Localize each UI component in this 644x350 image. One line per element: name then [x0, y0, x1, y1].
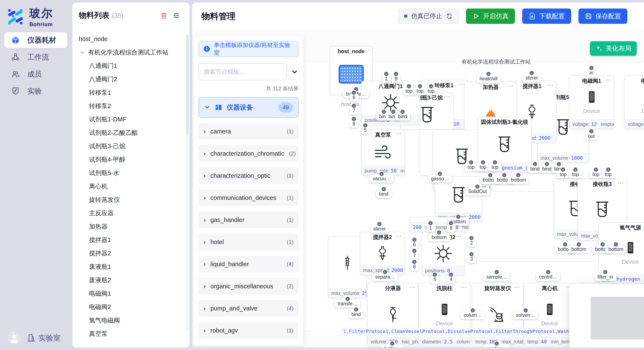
tree-item[interactable]: 搅拌器2: [72, 247, 186, 260]
port-chip[interactable]: transfe…: [334, 300, 360, 308]
tree-item[interactable]: 八通阀门1: [72, 59, 186, 72]
category-characterization_chromatic[interactable]: ›characterization_chromatic(2): [198, 145, 298, 162]
node-menu-icon[interactable]: [444, 94, 451, 99]
tree-item[interactable]: 废液瓶2: [72, 273, 186, 287]
sidebar-item-members[interactable]: 成员: [4, 66, 67, 82]
port-chip[interactable]: vacuu…: [370, 175, 394, 183]
port-chip[interactable]: produc…: [484, 345, 510, 348]
port-chip[interactable]: top: [488, 163, 501, 171]
node-menu-icon[interactable]: [396, 131, 402, 136]
tree-item[interactable]: 搅拌器1: [72, 233, 186, 247]
port-chip[interactable]: top: [557, 171, 570, 178]
materials-scrollbar[interactable]: [186, 34, 189, 331]
port-chip[interactable]: bottom: [508, 176, 529, 184]
node-menu-icon[interactable]: [547, 83, 554, 88]
port-chip[interactable]: 8: [410, 263, 419, 271]
category-hotel[interactable]: ›hotel(1): [198, 234, 298, 250]
tree-item[interactable]: 电磁阀1: [72, 287, 186, 300]
search-input[interactable]: [198, 63, 287, 80]
port-chip[interactable]: 6: [350, 94, 358, 101]
save-config-button[interactable]: 保存配置: [578, 8, 628, 24]
port-chip[interactable]: 6: [410, 241, 419, 249]
category-organic_miscellaneous[interactable]: ›organic_miscellaneous(2): [198, 278, 298, 295]
port-chip[interactable]: heatchill: [476, 75, 500, 83]
node-menu-icon[interactable]: [461, 285, 467, 290]
port-chip[interactable]: out: [585, 132, 598, 140]
port-chip[interactable]: gasso…: [428, 175, 452, 183]
tree-item[interactable]: 废液瓶1: [72, 260, 186, 273]
port-chip[interactable]: 5: [430, 276, 439, 283]
tree-item[interactable]: 转移泵1: [72, 86, 186, 99]
port-chip[interactable]: top: [602, 171, 614, 178]
tree-item[interactable]: host_node: [72, 32, 186, 46]
sidebar-item-experiment[interactable]: 实验: [4, 83, 67, 99]
port-chip[interactable]: 8: [392, 75, 400, 83]
tree-item[interactable]: 试剂瓶5-水: [72, 166, 186, 180]
category-characterization_optic[interactable]: ›characterization_optic(1): [198, 167, 298, 184]
avatar[interactable]: [8, 331, 21, 345]
tree-item[interactable]: 有机化学流程综合测试工作站: [72, 46, 186, 59]
port-chip[interactable]: filter_in: [594, 273, 616, 281]
node-vacuum[interactable]: 真空泵 pump_rate: 50max_vacuum: 0.1: [361, 129, 405, 176]
node-sep[interactable]: 分液器 volume: 250has_phases: true: [367, 283, 419, 347]
port-chip[interactable]: 1: [382, 75, 391, 83]
port-chip[interactable]: 2: [467, 239, 476, 247]
port-chip[interactable]: bottom: [429, 233, 450, 241]
port-chip[interactable]: 8: [350, 120, 358, 128]
port-chip[interactable]: 4: [447, 276, 456, 283]
caret-down-icon[interactable]: [79, 49, 86, 56]
port-chip[interactable]: solven…: [513, 311, 538, 319]
section-instruments[interactable]: 仪器设备 49: [198, 97, 298, 118]
tree-item[interactable]: 离心机: [72, 180, 186, 193]
refresh-icon[interactable]: [446, 13, 453, 19]
port-chip[interactable]: centrif…: [536, 273, 560, 281]
port-chip[interactable]: top: [569, 171, 582, 178]
port-chip[interactable]: bottom: [568, 245, 589, 253]
sidebar-item-cube[interactable]: 仪器耗材: [4, 32, 67, 48]
tree-item[interactable]: 试剂瓶2-乙酸乙酯: [72, 126, 186, 140]
category-camera[interactable]: ›camera(1): [198, 123, 298, 140]
port-chip[interactable]: top: [465, 163, 478, 171]
tree-item[interactable]: 转移泵2: [72, 99, 186, 113]
node-menu-icon[interactable]: [508, 84, 514, 89]
node-menu-icon[interactable]: [618, 181, 624, 186]
chevron-down-icon[interactable]: [290, 68, 298, 76]
node-stirrer2[interactable]: 搅拌器2 max_speed: 2000: [360, 232, 405, 275]
category-robot_agv[interactable]: ›robot_agv(1): [198, 322, 298, 339]
node-menu-icon[interactable]: [396, 234, 402, 239]
collapse-panel-icon[interactable]: [173, 12, 180, 19]
port-chip[interactable]: bottom: [606, 245, 626, 253]
tree-item[interactable]: 试剂瓶1-DMF: [72, 113, 186, 126]
node-menu-icon[interactable]: [409, 285, 416, 290]
beautify-layout-button[interactable]: 美化布局: [590, 41, 637, 56]
port-chip[interactable]: top: [425, 87, 438, 95]
category-liquid_handler[interactable]: ›liquid_handler(4): [198, 256, 298, 272]
category-communication_devices[interactable]: ›communication_devices(1): [198, 189, 298, 206]
node-menu-icon[interactable]: [605, 78, 611, 82]
port-chip[interactable]: colum…: [461, 311, 485, 319]
port-chip[interactable]: top: [476, 163, 490, 171]
node-menu-icon[interactable]: [363, 48, 370, 53]
port-chip[interactable]: stirrer: [522, 74, 541, 82]
port-chip[interactable]: top: [402, 87, 415, 95]
node-evalve1[interactable]: 电磁阀1Devicevoltage: 12response_time: 0.1: [569, 75, 614, 129]
tree-item[interactable]: 试剂瓶3-己烷: [72, 140, 186, 153]
port-chip[interactable]: top: [414, 87, 426, 95]
node-menu-icon[interactable]: [514, 285, 520, 290]
category-gas_handler[interactable]: ›gas_handler(1): [198, 212, 298, 228]
port-chip[interactable]: bind: [376, 190, 391, 198]
trash-icon[interactable]: [160, 12, 168, 19]
tree-item[interactable]: 试剂瓶4-甲醇: [72, 153, 186, 166]
tree-item[interactable]: 主反应器: [72, 206, 186, 220]
port-chip[interactable]: 1: [426, 224, 435, 232]
sidebar-item-workflow[interactable]: 工作流: [4, 49, 67, 65]
port-chip[interactable]: in: [586, 69, 596, 77]
port-chip[interactable]: 8: [447, 224, 456, 232]
category-pump_and_valve[interactable]: ›pump_and_valve(4): [198, 300, 298, 317]
tree-item[interactable]: 加热器: [72, 220, 186, 233]
tree-item[interactable]: 旋转蒸发仪: [72, 193, 186, 206]
tree-item[interactable]: 氢气电磁阀: [72, 314, 186, 327]
port-chip[interactable]: top: [590, 171, 602, 178]
tree-item[interactable]: 电磁阀2: [72, 300, 186, 314]
tree-item[interactable]: 八通阀门2: [72, 72, 186, 86]
